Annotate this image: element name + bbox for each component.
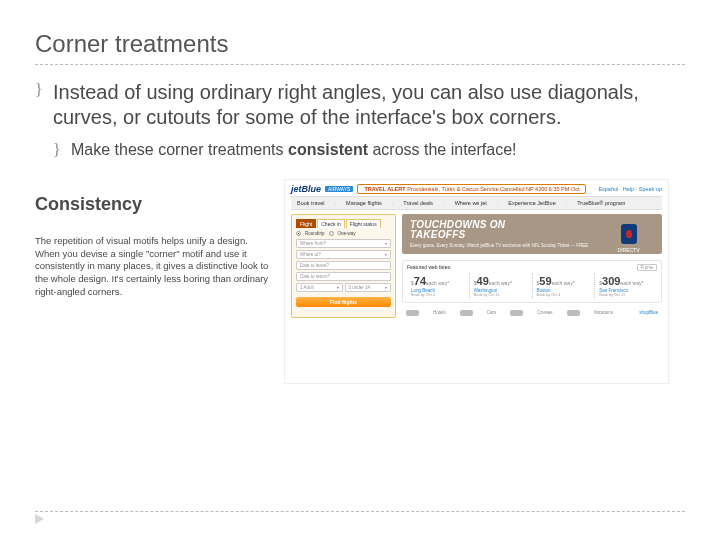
sub-bullet-text: Make these corner treatments consistent … <box>71 140 517 161</box>
alert-body: Providentials, Turks & Caicos Service Ca… <box>407 186 579 192</box>
bullet-glyph-icon: } <box>35 80 53 101</box>
find-flights-button: Find flights <box>296 297 391 307</box>
nfl-shield-icon <box>621 224 637 244</box>
radio-oneway: One-way <box>338 231 356 236</box>
chevron-down-icon: ▾ <box>385 252 387 257</box>
fares-label: Featured web fares: <box>407 264 451 270</box>
directv-logo: DIRECTV <box>601 247 656 253</box>
from-field: Where from?▾ <box>296 239 391 248</box>
return-field: Date to return? <box>296 272 391 281</box>
jetblue-screenshot: jetBlue AIRWAYS TRAVEL ALERT Providentia… <box>284 179 669 384</box>
tab-trueblue: TrueBlue® program <box>577 200 625 206</box>
main-bullet-text: Instead of using ordinary right angles, … <box>53 80 685 130</box>
triangle-icon <box>35 514 44 524</box>
leave-field: Date to leave? <box>296 261 391 270</box>
sub-bullet-bold: consistent <box>288 141 368 158</box>
sub-bullet: } Make these corner treatments consisten… <box>53 140 685 161</box>
fare-cell: $74each way* Long Beach Book by Oct 4 <box>407 273 469 299</box>
booktab-checkin: Check in <box>317 219 344 228</box>
radio-icon <box>296 231 301 236</box>
to-field: Where to?▾ <box>296 250 391 259</box>
tab-where: Where we jet <box>455 200 487 206</box>
tab-deals: Travel deals <box>403 200 433 206</box>
booktab-status: Flight status <box>346 219 381 228</box>
travel-alert: TRAVEL ALERT Providentials, Turks & Caic… <box>357 184 586 194</box>
footer-links: Hotels Cars Cruises Vacations shopBlue <box>402 308 662 318</box>
vehicle-icon <box>510 310 523 316</box>
radio-roundtrip: Roundtrip <box>305 231 325 236</box>
consistency-paragraph: The repetition of visual motifs helps un… <box>35 235 270 299</box>
jetblue-logo: jetBlue <box>291 184 321 194</box>
vehicle-icon <box>460 310 473 316</box>
adult-field: 1 Adult▾ <box>296 283 343 292</box>
top-links: Español · Help · Speak up <box>598 186 662 192</box>
fares-panel: Featured web fares: From ▾ $74each way* … <box>402 260 662 303</box>
divider <box>35 511 685 512</box>
consistency-heading: Consistency <box>35 194 270 215</box>
tab-manage: Manage flights <box>346 200 382 206</box>
booktab-flight: Flight <box>296 219 316 228</box>
vehicle-icon <box>567 310 580 316</box>
hero-banner: TOUCHDOWNS ON TAKEOFFS Every game. Every… <box>402 214 662 254</box>
alert-label: TRAVEL ALERT <box>364 186 405 192</box>
fare-cell: $49each way* Washington Book by Oct 11 <box>469 273 532 299</box>
fare-cell: $309each way* San Francisco Book by Oct … <box>594 273 657 299</box>
booking-panel: Flight Check in Flight status Roundtrip … <box>291 214 396 318</box>
chevron-down-icon: ▾ <box>385 241 387 246</box>
kids-field: 0 under 14▾ <box>345 283 392 292</box>
nav-tabs: Book travel: Manage flights: Travel deal… <box>291 196 662 210</box>
chevron-down-icon: ▾ <box>337 285 339 290</box>
fares-from: From ▾ <box>637 264 658 271</box>
chevron-down-icon: ▾ <box>385 285 387 290</box>
radio-icon <box>329 231 334 236</box>
main-bullet: } Instead of using ordinary right angles… <box>35 80 685 130</box>
vehicle-icon <box>406 310 419 316</box>
fare-cell: $59each way* Boston Book by Oct 4 <box>532 273 595 299</box>
tab-experience: Experience JetBlue <box>508 200 555 206</box>
chevron-down-icon: ▾ <box>651 265 653 270</box>
tab-book: Book travel <box>297 200 325 206</box>
page-title: Corner treatments <box>35 30 685 65</box>
logo-badge: AIRWAYS <box>325 186 353 192</box>
sub-bullet-post: across the interface! <box>368 141 517 158</box>
bullet-glyph-icon: } <box>53 140 71 161</box>
sub-bullet-pre: Make these corner treatments <box>71 141 288 158</box>
